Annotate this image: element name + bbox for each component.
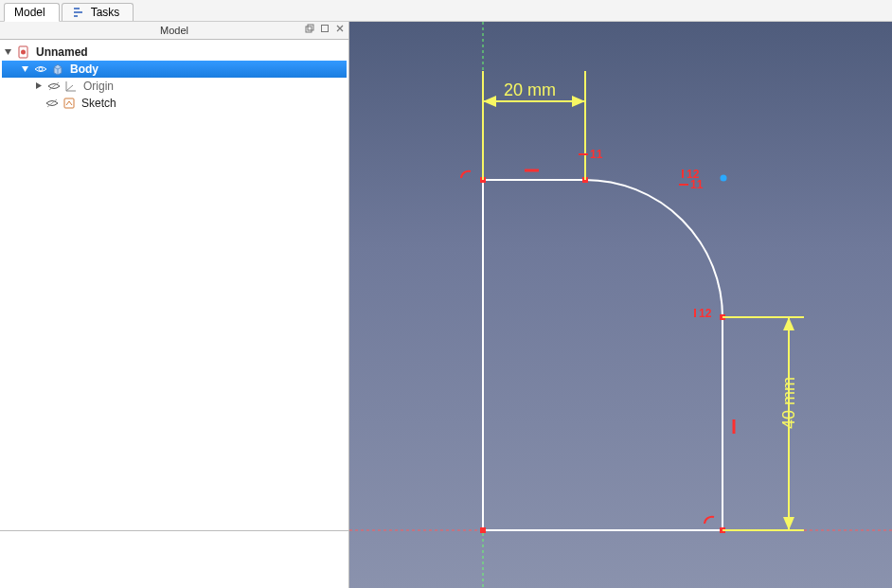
sidepanel-tabs: Model Tasks [0,0,892,22]
tree-node-body[interactable]: Body [2,61,347,78]
left-panel: Model [0,22,349,588]
bottom-pane [0,530,348,588]
body-icon [51,62,64,76]
constraint-label: 11 [690,178,704,191]
sketch-vertices [480,177,725,533]
panel-close-icon[interactable] [335,22,345,39]
visibility-hidden-icon[interactable] [45,97,59,110]
tab-tasks-label: Tasks [91,6,120,19]
svg-rect-0 [74,8,80,9]
app-frame: Model Tasks Model [0,0,892,588]
svg-rect-37 [694,309,696,317]
tree-toggle[interactable] [19,64,30,75]
svg-marker-27 [483,96,496,107]
svg-rect-23 [480,527,486,533]
tangent-constraints [461,171,714,524]
tree-node-label: Origin [81,80,114,93]
tree-node-origin[interactable]: Origin [2,78,347,95]
dimension-horizontal[interactable]: 20 mm [483,71,585,180]
panel-title-text: Model [160,22,188,39]
constraint-label: 11 [590,148,603,161]
svg-rect-2 [74,15,78,17]
dim-vertical-value: 40 mm [779,377,798,429]
svg-rect-35 [682,169,684,178]
main-area: Model [0,22,892,588]
svg-rect-14 [64,98,74,108]
tasks-icon [72,6,85,19]
tree-node-label: Unnamed [34,45,88,59]
svg-rect-3 [306,27,312,32]
sketch-viewport[interactable]: 20 mm 40 mm 11 12 [349,22,892,588]
svg-rect-5 [322,26,329,32]
svg-point-8 [39,67,43,71]
visibility-hidden-icon[interactable] [47,80,61,93]
tree-node-label: Body [68,62,98,76]
dim-horizontal-value: 20 mm [504,80,556,99]
origin-icon [64,80,78,93]
constraint-label: 12 [699,307,712,320]
svg-line-12 [66,85,73,91]
tree-node-label: Sketch [80,97,116,110]
sketch-icon [62,97,76,110]
sketch-canvas[interactable]: 20 mm 40 mm 11 12 [349,22,892,588]
svg-rect-1 [74,11,82,13]
model-tree[interactable]: Unnamed [0,40,348,530]
panel-undock-icon[interactable] [305,22,314,39]
svg-marker-28 [572,96,585,107]
tab-model-label: Model [14,6,45,19]
tree-node-document[interactable]: Unnamed [2,44,347,61]
panel-float-icon[interactable] [320,22,330,39]
constraint-labels: 11 12 11 12 [579,148,712,320]
sketch-geometry [483,180,723,530]
tree-toggle[interactable] [2,47,13,58]
panel-controls [305,22,345,39]
tree-toggle[interactable] [32,81,44,92]
document-icon [17,45,30,59]
tab-model[interactable]: Model [4,3,60,22]
visibility-icon[interactable] [34,62,47,76]
svg-marker-32 [783,317,794,330]
svg-marker-33 [783,517,794,530]
svg-point-7 [21,50,26,55]
panel-titlebar: Model [0,22,348,40]
tab-tasks[interactable]: Tasks [62,3,134,21]
tree-node-sketch[interactable]: Sketch [2,95,347,112]
edit-point [721,175,727,182]
svg-rect-4 [308,25,313,30]
